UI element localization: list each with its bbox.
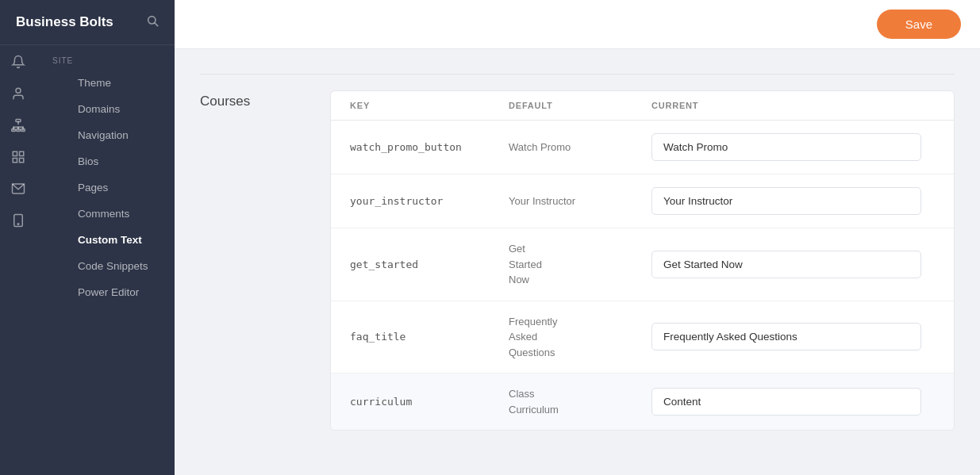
table-row: faq_title FrequentlyAskedQuestions (331, 301, 954, 374)
svg-point-18 (17, 224, 19, 225)
table-row: curriculum ClassCurriculum (331, 373, 954, 430)
svg-rect-13 (20, 151, 24, 155)
default-cell: Your Instructor (509, 193, 651, 209)
save-button[interactable]: Save (877, 10, 961, 39)
mail-icon (11, 182, 25, 196)
hierarchy-icon (11, 118, 25, 132)
tablet-icon (11, 213, 25, 228)
current-input[interactable] (651, 133, 921, 161)
default-cell: GetStartedNow (509, 241, 651, 288)
svg-rect-15 (20, 159, 24, 163)
sidebar-item-comments[interactable]: Comments (37, 201, 175, 227)
table-header: KEY DEFAULT CURRENT (331, 91, 954, 121)
sidebar-item-code-snippets[interactable]: Code Snippets (37, 253, 175, 279)
col-header-current: CURRENT (651, 101, 935, 110)
sidebar-item-pages[interactable]: Pages (37, 174, 175, 201)
sidebar-item-bios[interactable]: Bios (37, 148, 175, 174)
sidebar-item-label: Domains (78, 103, 120, 115)
search-icon[interactable] (146, 14, 159, 30)
sidebar-item-navigation[interactable]: Navigation (37, 122, 175, 148)
key-cell: watch_promo_button (350, 141, 509, 153)
current-cell (651, 187, 935, 215)
sidebar-item-label: Code Snippets (78, 260, 148, 272)
col-header-key: KEY (350, 101, 509, 110)
sidebar-item-label: Custom Text (78, 234, 142, 246)
current-input[interactable] (651, 251, 921, 278)
current-cell (651, 388, 935, 416)
brand-name: Business Bolts (16, 14, 113, 30)
current-input[interactable] (651, 388, 921, 416)
sidebar-nav: SITE Theme Domains Navigation Bios Pages… (37, 45, 175, 475)
svg-point-2 (16, 88, 21, 93)
sidebar-item-custom-text[interactable]: Custom Text (37, 227, 175, 253)
current-input[interactable] (651, 187, 921, 215)
top-bar: Save (175, 0, 980, 49)
main-panel: Save Courses KEY DEFAULT CURRENT watch_p… (175, 0, 980, 475)
table-row: your_instructor Your Instructor (331, 174, 954, 228)
current-input[interactable] (651, 323, 921, 351)
key-cell: faq_title (350, 331, 509, 343)
nav-section-label: SITE (37, 45, 175, 70)
default-cell: ClassCurriculum (509, 386, 651, 417)
svg-rect-14 (13, 159, 17, 163)
current-cell (651, 323, 935, 351)
courses-card: KEY DEFAULT CURRENT watch_promo_button W… (330, 90, 955, 431)
section-title: Courses (200, 94, 250, 109)
key-cell: your_instructor (350, 195, 509, 207)
sidebar-item-label: Navigation (78, 129, 129, 141)
sidebar-item-label: Power Editor (78, 286, 139, 298)
default-cell: Watch Promo (509, 140, 651, 155)
table-row: watch_promo_button Watch Promo (331, 121, 954, 174)
grid-icon (11, 150, 25, 164)
current-cell (651, 133, 935, 161)
col-header-default: DEFAULT (509, 101, 651, 110)
current-cell (651, 251, 935, 278)
default-cell: FrequentlyAskedQuestions (509, 314, 651, 361)
svg-rect-12 (13, 151, 17, 155)
sidebar-item-label: Theme (78, 77, 111, 89)
sidebar-item-label: Comments (78, 208, 129, 220)
sidebar-icon-strip (0, 45, 37, 475)
svg-line-1 (155, 23, 158, 26)
sidebar-item-power-editor[interactable]: Power Editor (37, 279, 175, 305)
bell-icon (11, 55, 25, 69)
sidebar-item-label: Pages (78, 182, 108, 193)
key-cell: curriculum (350, 396, 509, 408)
table-row: get_started GetStartedNow (331, 228, 954, 301)
content-area: Courses KEY DEFAULT CURRENT watch_promo_… (175, 49, 980, 475)
user-icon (11, 86, 25, 101)
sidebar-item-domains[interactable]: Domains (37, 96, 175, 122)
sidebar-item-label: Bios (78, 155, 98, 167)
sidebar-item-theme[interactable]: Theme (37, 70, 175, 96)
sidebar: Business Bolts (0, 0, 175, 475)
sidebar-brand: Business Bolts (0, 0, 175, 45)
key-cell: get_started (350, 259, 509, 270)
